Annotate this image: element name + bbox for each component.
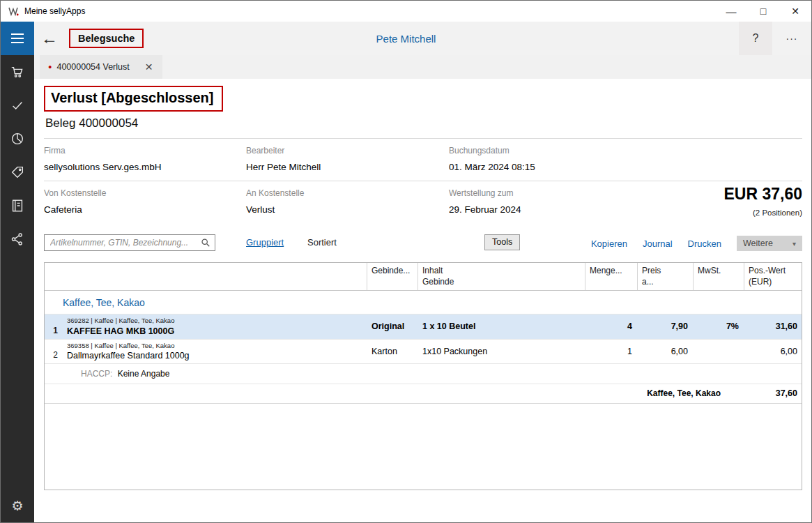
row-position: 1: [45, 314, 63, 338]
haccp-value: Keine Angabe: [118, 369, 170, 379]
row-article-meta: 369282 | Kaffee | Kaffee, Tee, Kakao: [67, 317, 363, 324]
col-header-wert[interactable]: Pos.-Wert (EUR): [744, 263, 803, 290]
settings-gear-icon[interactable]: ⚙: [1, 489, 34, 522]
group-summary-row: Kaffee, Tee, Kakao 37,60: [45, 384, 802, 404]
beleg-search-button[interactable]: Belegsuche: [69, 29, 144, 48]
col-header-inhalt[interactable]: Inhalt Gebinde: [418, 263, 585, 290]
search-icon[interactable]: [201, 238, 210, 248]
row-preis: 7,90: [638, 314, 694, 338]
tab-label: 400000054 Verlust: [56, 62, 129, 72]
more-actions-label: Weitere: [743, 238, 773, 248]
total-amount: EUR 37,60: [723, 185, 802, 204]
row-gebinde: Original: [367, 314, 418, 338]
document-tab[interactable]: ● 400000054 Verlust ✕: [40, 55, 162, 79]
field-firma: Firma sellysolutions Serv.ges.mbH: [44, 146, 246, 172]
unsaved-dot-icon: ●: [48, 63, 52, 70]
field-value: sellysolutions Serv.ges.mbH: [44, 162, 246, 172]
field-value: Cafeteria: [44, 204, 246, 215]
user-name[interactable]: Pete Mitchell: [376, 33, 436, 45]
summary-value: 37,60: [744, 384, 803, 403]
field-label: Bearbeiter: [246, 146, 449, 156]
print-link[interactable]: Drucken: [688, 238, 721, 249]
field-label: Firma: [44, 146, 246, 156]
back-button[interactable]: ←: [41, 30, 58, 47]
share-icon[interactable]: [1, 222, 34, 256]
check-icon[interactable]: [1, 89, 34, 122]
minimize-button[interactable]: —: [715, 1, 747, 22]
row-article-name: Dallmayrkaffee Standard 1000g: [67, 351, 363, 361]
field-label: Buchungsdatum: [449, 146, 802, 156]
hamburger-menu-button[interactable]: [1, 22, 34, 55]
tag-icon[interactable]: [1, 156, 34, 189]
row-article-meta: 369358 | Kaffee | Kaffee, Tee, Kakao: [67, 342, 363, 349]
col-header-preis[interactable]: Preis a...: [638, 263, 694, 290]
row-mwst: [694, 340, 744, 363]
row-article-name: KAFFEE HAG MKB 1000G: [67, 326, 363, 336]
article-search-box: [44, 234, 215, 251]
group-header-row[interactable]: Kaffee, Tee, Kakao: [45, 291, 802, 314]
tab-close-icon[interactable]: ✕: [145, 61, 153, 73]
field-label: An Kostenstelle: [246, 188, 449, 198]
help-button[interactable]: ?: [739, 22, 772, 55]
article-search-input[interactable]: [50, 238, 201, 248]
field-von-kostenstelle: Von Kostenstelle Cafeteria: [44, 188, 246, 215]
row-article: 369358 | Kaffee | Kaffee, Tee, Kakao Dal…: [63, 340, 367, 363]
row-wert: 31,60: [744, 314, 803, 338]
title-annotation-box: Verlust [Abgeschlossen]: [44, 86, 223, 112]
row-position: 2: [45, 340, 63, 363]
col-header-gebinde[interactable]: Gebinde...: [367, 263, 418, 290]
maximize-button[interactable]: □: [747, 1, 779, 22]
copy-link[interactable]: Kopieren: [591, 238, 627, 249]
positions-toolbar: Gruppiert Sortiert Tools Kopieren Journa…: [44, 234, 802, 252]
row-menge: 1: [585, 340, 638, 363]
tools-button[interactable]: Tools: [484, 234, 520, 250]
tab-bar: ● 400000054 Verlust ✕: [34, 55, 811, 79]
positions-count: (2 Positionen): [723, 209, 802, 217]
fields-row-2: Von Kostenstelle Cafeteria An Kostenstel…: [44, 181, 802, 223]
field-value: Verlust: [246, 204, 449, 215]
fields-row-1: Firma sellysolutions Serv.ges.mbH Bearbe…: [44, 139, 802, 181]
header-actions: ? ···: [739, 22, 811, 55]
table-header-row: Gebinde... Inhalt Gebinde Menge... Preis…: [45, 263, 802, 291]
col-header-article: [63, 263, 367, 290]
field-buchungsdatum: Buchungsdatum 01. März 2024 08:15: [449, 146, 802, 172]
more-actions-dropdown[interactable]: Weitere ▾: [737, 236, 802, 251]
sorted-toggle[interactable]: Sortiert: [307, 237, 337, 248]
document-content: Verlust [Abgeschlossen] Beleg 400000054 …: [34, 79, 811, 522]
row-wert: 6,00: [744, 340, 803, 363]
beleg-status-title: Verlust [Abgeschlossen]: [51, 90, 213, 106]
table-row[interactable]: 1 369282 | Kaffee | Kaffee, Tee, Kakao K…: [45, 314, 802, 339]
haccp-row: HACCP: Keine Angabe: [45, 364, 802, 384]
row-gebinde: Karton: [367, 340, 418, 363]
title-bar: Meine sellyApps — □ ✕: [1, 1, 811, 22]
total-block: EUR 37,60 (2 Positionen): [723, 185, 802, 217]
nav-sidebar: ⚙: [1, 55, 34, 522]
journal-icon[interactable]: [1, 189, 34, 222]
haccp-label: HACCP:: [81, 369, 112, 379]
table-row[interactable]: 2 369358 | Kaffee | Kaffee, Tee, Kakao D…: [45, 340, 802, 364]
grouped-toggle[interactable]: Gruppiert: [246, 237, 284, 248]
journal-link[interactable]: Journal: [643, 238, 673, 249]
col-header-menge[interactable]: Menge...: [585, 263, 638, 290]
table-empty-area: [45, 404, 802, 490]
field-value: 01. März 2024 08:15: [449, 162, 802, 172]
window-controls: — □ ✕: [715, 1, 811, 22]
field-bearbeiter: Bearbeiter Herr Pete Mitchell: [246, 146, 449, 172]
row-article: 369282 | Kaffee | Kaffee, Tee, Kakao KAF…: [63, 314, 367, 338]
field-an-kostenstelle: An Kostenstelle Verlust: [246, 188, 449, 215]
field-value: Herr Pete Mitchell: [246, 162, 449, 172]
positions-table: Gebinde... Inhalt Gebinde Menge... Preis…: [44, 262, 802, 490]
cart-icon[interactable]: [1, 55, 34, 89]
app-header: ← Belegsuche Pete Mitchell ? ···: [1, 22, 811, 55]
row-inhalt: 1x10 Packungen: [418, 340, 585, 363]
col-header-pos: [45, 263, 63, 290]
col-header-mwst[interactable]: MwSt.: [694, 263, 744, 290]
more-options-button[interactable]: ···: [772, 22, 811, 55]
close-button[interactable]: ✕: [779, 1, 811, 22]
pie-chart-icon[interactable]: [1, 122, 34, 156]
row-mwst: 7%: [694, 314, 744, 338]
window-title: Meine sellyApps: [24, 6, 85, 16]
app-icon: [8, 6, 19, 17]
field-label: Von Kostenstelle: [44, 188, 246, 198]
summary-label: Kaffee, Tee, Kakao: [45, 384, 744, 403]
